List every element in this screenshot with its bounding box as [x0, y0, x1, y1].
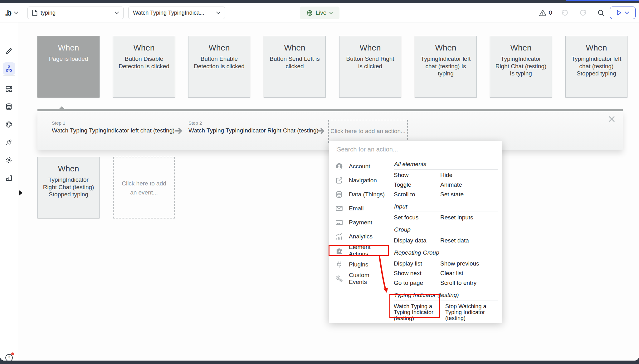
action-item[interactable]: Show next	[394, 268, 440, 278]
category-payment[interactable]: Payment	[329, 215, 389, 229]
category-analytics[interactable]: Analytics	[329, 229, 389, 243]
event-subtitle: TypingIndicator left chat (testing) Is t…	[415, 55, 476, 77]
event-card[interactable]: When Button Send Right is clicked	[339, 36, 401, 98]
page-icon	[32, 10, 37, 16]
issues-count: 0	[549, 9, 552, 16]
page-selector-dropdown[interactable]: typing	[27, 7, 124, 19]
add-action-placeholder[interactable]: Click here to add an action...	[328, 120, 408, 143]
category-data-things[interactable]: Data (Things)	[329, 187, 389, 201]
action-item[interactable]: Display data	[394, 236, 440, 245]
gears-icon	[335, 275, 343, 283]
sidebar-item-design[interactable]	[3, 45, 15, 57]
event-subtitle: Button Disable Detection is clicked	[113, 55, 175, 70]
event-subtitle: TypingIndicator left chat (testing) Stop…	[566, 55, 627, 77]
workflow-step[interactable]: Step 1 Watch Typing TypingIndicator left…	[52, 120, 175, 134]
workflow-selector-dropdown[interactable]: Watch Typing TypingIndica...	[128, 7, 225, 19]
close-icon[interactable]	[609, 116, 615, 122]
category-email[interactable]: Email	[329, 201, 389, 215]
sidebar-item-data[interactable]	[3, 100, 15, 113]
action-item[interactable]: Hide	[440, 170, 498, 180]
notification-dot	[11, 352, 14, 355]
event-title: When	[38, 164, 99, 174]
workflow-step[interactable]: Step 2 Watch Typing TypingIndicator Righ…	[188, 120, 319, 134]
event-title: When	[264, 43, 325, 53]
environment-label: Live	[316, 9, 327, 16]
chevron-down-icon	[329, 12, 333, 14]
bar-chart-icon	[5, 174, 13, 182]
step-title: Watch Typing TypingIndicator Right Chat …	[188, 127, 319, 134]
sidebar-item-styles[interactable]	[3, 118, 15, 131]
action-item[interactable]: Show	[394, 170, 440, 180]
workflow-selector-value: Watch Typing TypingIndica...	[133, 10, 204, 16]
chevron-down-icon	[115, 12, 119, 14]
section-header: Repeating Group	[394, 247, 498, 258]
play-icon	[617, 10, 622, 16]
globe-icon	[306, 10, 313, 16]
preview-run-button[interactable]	[610, 7, 636, 19]
event-card[interactable]: When TypingIndicator left chat (testing)…	[565, 36, 627, 98]
section-header: Group	[394, 224, 498, 235]
category-custom-events[interactable]: Custom Events	[329, 271, 389, 285]
action-item[interactable]: Animate	[440, 180, 498, 189]
action-item-stop-watching[interactable]: Stop Watching a Typing Indicator (testin…	[445, 302, 495, 321]
category-label: Payment	[349, 219, 372, 226]
issues-indicator[interactable]: 0	[539, 3, 552, 22]
action-item[interactable]: Go to page	[394, 278, 440, 288]
components-icon	[5, 85, 13, 93]
event-card[interactable]: When TypingIndicator Right Chat (testing…	[490, 36, 552, 98]
event-title: When	[38, 43, 99, 53]
sidebar-item-settings[interactable]	[3, 154, 15, 166]
annotation-box-watch-typing	[389, 294, 440, 318]
sidebar-collapse-handle[interactable]	[19, 190, 22, 195]
event-subtitle: Button Send Left is clicked	[264, 55, 325, 70]
environment-selector[interactable]: Live	[300, 7, 339, 19]
action-item[interactable]: Display list	[394, 259, 440, 268]
event-title: When	[490, 43, 552, 53]
annotation-box-element-actions	[329, 245, 389, 256]
category-plugins[interactable]: Plugins	[329, 257, 389, 271]
search-button[interactable]	[597, 9, 605, 17]
event-subtitle: Page is loaded	[38, 55, 99, 63]
text-caret	[336, 146, 336, 153]
bubble-logo-menu[interactable]: .b	[5, 3, 18, 22]
chevron-down-icon	[625, 12, 629, 14]
step-label: Step 1	[52, 120, 175, 126]
event-card[interactable]: When Button Disable Detection is clicked	[113, 36, 175, 98]
action-item[interactable]: Reset data	[440, 236, 498, 245]
category-navigation[interactable]: Navigation	[329, 173, 389, 187]
event-title: When	[113, 43, 175, 53]
category-label: Account	[349, 163, 370, 170]
event-card[interactable]: When Page is loaded	[37, 36, 100, 98]
action-item[interactable]: Show previous	[440, 259, 498, 268]
credit-card-icon	[335, 218, 343, 227]
action-item[interactable]: Reset inputs	[440, 213, 498, 222]
event-card[interactable]: When TypingIndicator left chat (testing)…	[415, 36, 477, 98]
action-item[interactable]: Toggle	[394, 180, 440, 189]
palette-icon	[5, 121, 13, 128]
action-item[interactable]: Clear list	[440, 268, 498, 278]
database-icon	[5, 103, 13, 111]
redo-button[interactable]	[579, 9, 587, 17]
action-item[interactable]: Set state	[440, 189, 498, 199]
browser-accent-bar	[566, 0, 639, 1]
help-button[interactable]: ?	[5, 353, 13, 361]
action-item[interactable]: Scroll to entry	[440, 278, 498, 288]
action-item[interactable]: Set focus	[394, 213, 440, 222]
sidebar-item-reusables[interactable]	[3, 83, 15, 95]
category-label: Analytics	[349, 233, 373, 240]
event-card[interactable]: When Button Send Left is clicked	[264, 36, 326, 98]
sidebar-item-plugins[interactable]	[3, 136, 15, 148]
add-event-placeholder[interactable]: Click here to add an event...	[113, 157, 175, 218]
undo-button[interactable]	[561, 9, 568, 17]
arrow-right-icon	[317, 127, 326, 134]
action-search-input[interactable]	[329, 141, 502, 158]
category-account[interactable]: Account	[329, 159, 389, 173]
event-card[interactable]: When Button Enable Detection is clicked	[188, 36, 250, 98]
category-label: Email	[349, 205, 364, 212]
sidebar-item-workflow[interactable]	[3, 62, 15, 75]
action-item[interactable]: Scroll to	[394, 189, 440, 199]
workflow-tree-icon	[5, 65, 13, 73]
event-subtitle: TypingIndicator Right Chat (testing) Is …	[490, 55, 552, 77]
sidebar-item-logs[interactable]	[3, 171, 15, 184]
event-card[interactable]: When TypingIndicator Right Chat (testing…	[37, 157, 100, 218]
